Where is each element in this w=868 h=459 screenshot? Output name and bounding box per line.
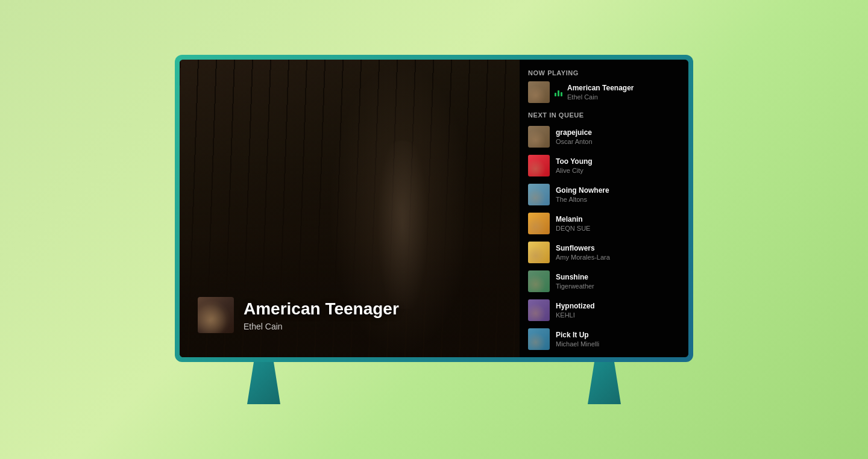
album-art-area: American Teenager Ethel Cain: [180, 60, 520, 357]
bar-2: [558, 90, 559, 96]
queue-item-pickitup[interactable]: Pick It Up Michael Minelli: [528, 326, 680, 352]
queue-text-sunflowers: Sunflowers Amy Morales-Lara: [556, 244, 610, 261]
now-playing-thumb: [528, 81, 550, 103]
now-playing-text: American Teenager Ethel Cain: [567, 84, 634, 101]
bar-3: [561, 92, 562, 96]
queue-thumb-melanin: [528, 213, 550, 234]
queue-track-name-goingnowhere: Going Nowhere: [556, 186, 609, 196]
main-track-title: American Teenager: [244, 299, 399, 319]
queue-text-tooyoung: Too Young Alive City: [556, 157, 593, 175]
main-mini-album-art: [198, 297, 234, 333]
queue-track-artist-sunflowers: Amy Morales-Lara: [556, 254, 610, 261]
queue-track-name-tooyoung: Too Young: [556, 157, 593, 167]
queue-item-tooyoung[interactable]: Too Young Alive City: [528, 152, 680, 179]
queue-track-name-hypnotized: Hypnotized: [556, 302, 595, 311]
queue-text-pickitup: Pick It Up Michael Minelli: [556, 331, 599, 348]
queue-item-goingnowhere[interactable]: Going Nowhere The Altons: [528, 181, 680, 208]
queue-track-name-melanin: Melanin: [556, 215, 590, 225]
next-in-queue-label: Next in Queue: [528, 111, 680, 119]
queue-track-artist-goingnowhere: The Altons: [556, 196, 609, 203]
queue-track-artist-melanin: DEQN SUE: [556, 225, 590, 232]
queue-item-sunflowers[interactable]: Sunflowers Amy Morales-Lara: [528, 239, 680, 266]
main-track-artist: Ethel Cain: [244, 322, 399, 331]
queue-item-sunshine[interactable]: Sunshine Tigerweather: [528, 268, 680, 295]
main-track-text: American Teenager Ethel Cain: [244, 299, 399, 331]
tv-screen: American Teenager Ethel Cain Now playing: [180, 60, 688, 357]
queue-list: grapejuice Oscar Anton Too Young Alive C…: [528, 123, 680, 352]
queue-track-name-sunflowers: Sunflowers: [556, 244, 610, 254]
queue-text-goingnowhere: Going Nowhere The Altons: [556, 186, 609, 204]
now-playing-label: Now playing: [528, 69, 680, 76]
queue-track-artist-tooyoung: Alive City: [556, 167, 593, 174]
np-track-name: American Teenager: [567, 84, 634, 93]
queue-track-name-sunshine: Sunshine: [556, 273, 594, 283]
queue-text-hypnotized: Hypnotized KEHLI: [556, 302, 595, 319]
queue-item-hypnotized[interactable]: Hypnotized KEHLI: [528, 297, 680, 323]
queue-text-sunshine: Sunshine Tigerweather: [556, 273, 594, 290]
queue-track-artist-grapejuice: Oscar Anton: [556, 138, 593, 145]
stand-leg-left: [247, 362, 280, 404]
tv-container: American Teenager Ethel Cain Now playing: [175, 55, 693, 404]
stand-leg-right: [588, 362, 621, 404]
queue-track-name-pickitup: Pick It Up: [556, 331, 599, 340]
tv-frame: American Teenager Ethel Cain Now playing: [175, 55, 693, 362]
queue-item-grapejuice[interactable]: grapejuice Oscar Anton: [528, 123, 680, 150]
queue-track-artist-hypnotized: KEHLI: [556, 311, 595, 319]
mini-art-detail: [198, 297, 234, 333]
queue-thumb-hypnotized: [528, 299, 550, 321]
queue-track-name-grapejuice: grapejuice: [556, 128, 593, 138]
bar-1: [555, 93, 556, 96]
now-playing-item[interactable]: American Teenager Ethel Cain: [528, 81, 680, 103]
tv-stand: [175, 356, 693, 404]
sidebar: Now playing American Teenager: [520, 60, 688, 357]
queue-text-melanin: Melanin DEQN SUE: [556, 215, 590, 233]
equalizer-icon: [555, 88, 562, 96]
queue-thumb-tooyoung: [528, 155, 550, 176]
queue-track-artist-sunshine: Tigerweather: [556, 283, 594, 290]
np-track-artist: Ethel Cain: [567, 93, 634, 101]
queue-thumb-grapejuice: [528, 126, 550, 148]
queue-track-artist-pickitup: Michael Minelli: [556, 340, 599, 348]
queue-item-melanin[interactable]: Melanin DEQN SUE: [528, 210, 680, 237]
queue-thumb-pickitup: [528, 328, 550, 350]
queue-thumb-goingnowhere: [528, 184, 550, 205]
queue-thumb-sunshine: [528, 270, 550, 292]
main-track-info: American Teenager Ethel Cain: [198, 297, 399, 333]
queue-thumb-sunflowers: [528, 242, 550, 263]
queue-text-grapejuice: grapejuice Oscar Anton: [556, 128, 593, 146]
